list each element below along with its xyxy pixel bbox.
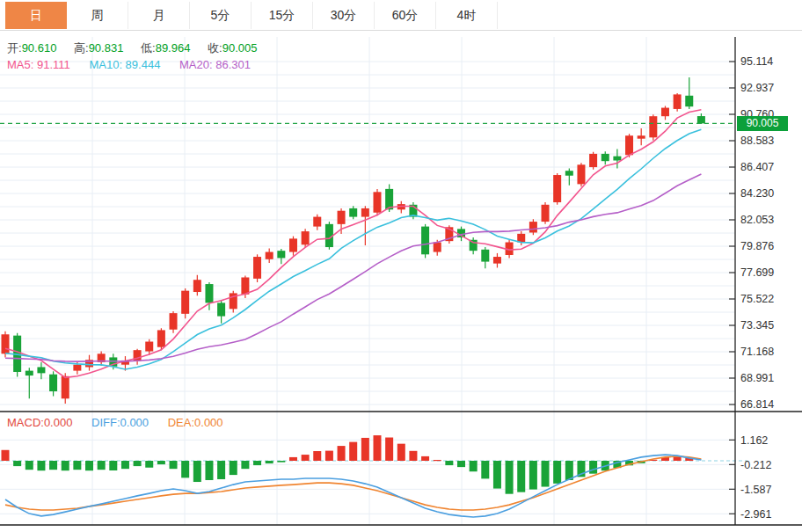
macd-bar	[542, 461, 550, 487]
close-label: 收:	[208, 41, 222, 55]
high-value: 90.831	[89, 41, 124, 55]
candle-body	[266, 252, 273, 259]
low-label: 低:	[141, 41, 156, 55]
macd-legend: MACD:0.000 DIFF:0.000 DEA:0.000	[7, 416, 223, 429]
macd-bar	[289, 457, 297, 461]
candle-body	[542, 205, 550, 222]
macd-bar	[157, 461, 165, 464]
axis-tick-label: 88.583	[740, 135, 774, 147]
candle-body	[373, 192, 381, 212]
ma20-line	[5, 174, 701, 361]
macd-bar	[338, 446, 346, 461]
current-price-badge: 90.005	[737, 116, 788, 131]
candle-body	[589, 154, 597, 167]
axis-tick-label: 71.168	[740, 346, 774, 358]
candle-body	[145, 342, 153, 352]
macd-bar	[98, 461, 106, 470]
macd-bar	[409, 451, 417, 461]
tab-15min[interactable]: 15分	[252, 2, 313, 29]
ma-lines	[5, 110, 701, 378]
macd-bar	[193, 461, 201, 482]
candle-body	[481, 250, 489, 262]
candle-body	[529, 222, 537, 232]
axis-tick-label: 77.699	[740, 266, 774, 279]
open-value: 90.610	[22, 41, 57, 55]
macd-bar	[517, 461, 525, 492]
macd-bar	[266, 461, 273, 463]
axis-tick-label: 84.230	[740, 187, 774, 200]
candle-body	[277, 251, 285, 258]
candle-body	[361, 208, 369, 217]
ma5-line	[5, 110, 701, 378]
timeframe-tab-bar: 日 周 月 5分 15分 30分 60分 4时	[0, 0, 802, 31]
candle-body	[193, 280, 201, 292]
macd-bar	[529, 461, 537, 490]
macd-bar	[493, 461, 501, 489]
diff-value: DIFF:0.000	[91, 416, 149, 429]
ma20-value: MA20: 86.301	[179, 58, 251, 71]
macd-bar	[37, 461, 45, 470]
macd-bar	[49, 461, 57, 470]
candle-body	[613, 157, 621, 161]
candle-body	[313, 217, 321, 227]
macd-bar	[217, 461, 225, 479]
tab-60min[interactable]: 60分	[375, 2, 436, 29]
tab-5min[interactable]: 5分	[190, 2, 252, 29]
macd-bar	[241, 461, 249, 469]
macd-bar	[445, 461, 453, 465]
candle-body	[685, 96, 693, 106]
open-label: 开:	[7, 41, 22, 55]
axis-tick-label: 73.345	[740, 319, 774, 332]
candle-body	[385, 189, 393, 209]
candle-body	[37, 367, 45, 373]
candle-body	[602, 154, 609, 161]
macd-bar	[170, 461, 178, 469]
candle-body	[638, 135, 645, 138]
candle-body	[338, 211, 346, 224]
axis-tick-label: 79.876	[740, 240, 774, 252]
kline-app: { "tabs": { "items": [ {"label": "日", "s…	[0, 0, 802, 532]
tab-30min[interactable]: 30分	[313, 2, 375, 29]
tab-monthly[interactable]: 月	[128, 2, 190, 29]
candle-body	[170, 313, 178, 330]
macd-bar	[313, 451, 321, 461]
candle-body	[302, 231, 310, 244]
macd-bar	[361, 438, 369, 461]
macd-bar	[373, 435, 381, 461]
macd-bar	[421, 456, 429, 461]
axis-tick-label: -1.587	[740, 484, 771, 496]
candle-body	[181, 291, 189, 314]
ohlc-legend: 开:90.610 高:90.831 低:89.964 收:90.005	[7, 40, 271, 56]
macd-bar	[397, 444, 405, 461]
kline-chart-canvas: 95.11492.93790.76088.58386.40784.23082.0…	[0, 31, 802, 532]
candle-body	[697, 116, 705, 123]
axis-tick-label: -0.212	[740, 459, 771, 471]
macd-bar	[434, 460, 441, 461]
axis-tick-label: 82.053	[740, 214, 774, 226]
tab-daily[interactable]: 日	[5, 2, 67, 29]
macd-bar	[470, 461, 478, 471]
axis-tick-label: 86.407	[740, 161, 774, 173]
candle-body	[26, 371, 33, 376]
candle-body	[349, 208, 357, 217]
candle-body	[421, 227, 429, 255]
candle-body	[217, 302, 225, 316]
macd-bar	[481, 461, 489, 478]
macd-bar	[62, 461, 69, 470]
axis-tick-label: 68.991	[740, 372, 774, 384]
tab-weekly[interactable]: 周	[67, 2, 128, 29]
candle-body	[577, 164, 585, 184]
macd-bar	[553, 461, 561, 484]
macd-bar	[253, 461, 261, 465]
tab-4hour[interactable]: 4时	[436, 2, 498, 29]
macd-bar	[302, 455, 310, 461]
macd-bar	[13, 461, 21, 466]
macd-bar	[205, 461, 213, 480]
axis-tick-label: 95.114	[740, 55, 773, 68]
macd-bar	[134, 461, 142, 466]
candle-body	[49, 375, 57, 391]
candle-body	[62, 376, 69, 398]
macd-bar	[325, 451, 333, 461]
axis-tick-label: 1.162	[740, 434, 768, 447]
macd-bar	[506, 461, 514, 494]
